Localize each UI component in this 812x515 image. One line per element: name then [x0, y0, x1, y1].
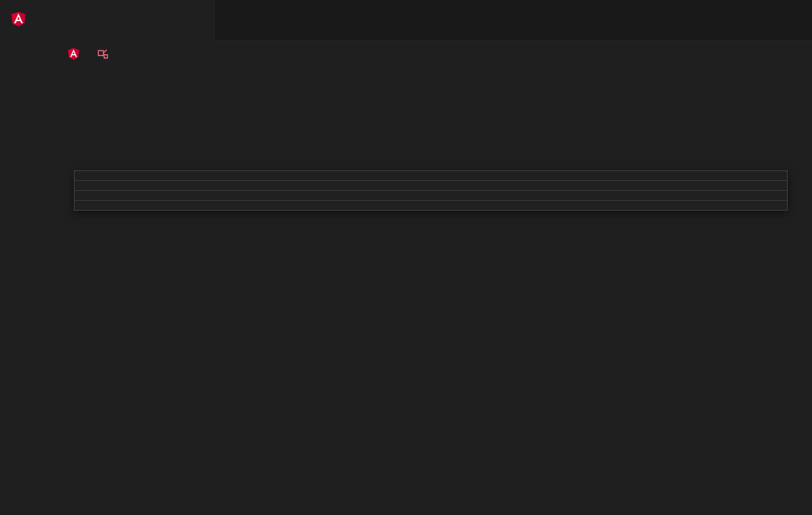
class-symbol-icon	[96, 47, 109, 60]
breadcrumb	[0, 41, 812, 66]
angular-icon	[11, 11, 26, 30]
module-info	[75, 191, 787, 201]
editor-tab-bar	[0, 0, 812, 41]
breadcrumb-symbol[interactable]	[96, 47, 114, 60]
eslint-diagnostic	[75, 181, 787, 191]
hover-action-bar	[75, 201, 787, 210]
ts-diagnostic	[75, 171, 787, 181]
hover-popup	[74, 170, 788, 211]
angular-icon	[67, 48, 80, 60]
code-editor[interactable]	[0, 66, 812, 515]
breadcrumb-file[interactable]	[67, 48, 84, 60]
tab-products-module[interactable]	[0, 0, 215, 41]
vscode-editor-window	[0, 0, 812, 515]
